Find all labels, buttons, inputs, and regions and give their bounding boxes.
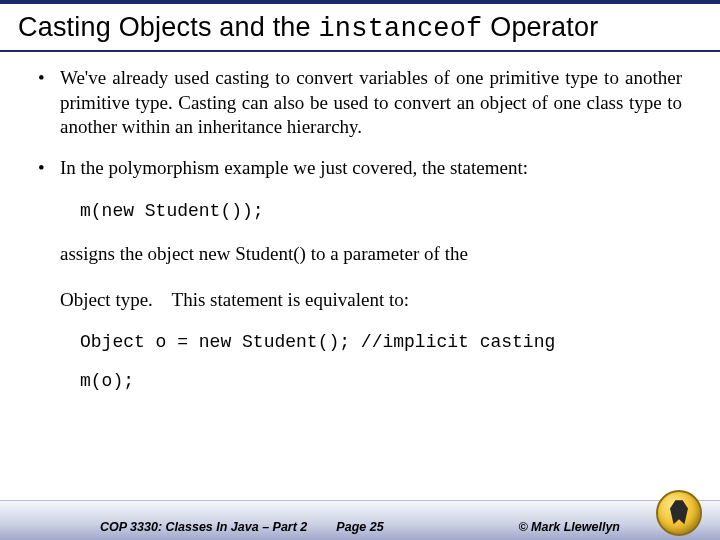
- para-2a: Object type.: [60, 289, 153, 310]
- title-prefix: Casting Objects and the: [18, 12, 318, 42]
- footer-bar: COP 3330: Classes In Java – Part 2 Page …: [0, 500, 720, 540]
- para-1: assigns the object new Student() to a pa…: [60, 236, 682, 272]
- bullet-dot: •: [38, 156, 60, 181]
- content-area: • We've already used casting to convert …: [0, 52, 720, 395]
- bullet-2: • In the polymorphism example we just co…: [38, 156, 682, 181]
- bullet-1: • We've already used casting to convert …: [38, 66, 682, 140]
- code-line-1: m(new Student());: [80, 197, 682, 226]
- bullet-2-text: In the polymorphism example we just cove…: [60, 156, 682, 181]
- bullet-1-text: We've already used casting to convert va…: [60, 66, 682, 140]
- footer-course: COP 3330: Classes In Java – Part 2: [100, 520, 307, 534]
- pegasus-icon: [670, 500, 688, 524]
- bullet-dot: •: [38, 66, 60, 140]
- footer-author: © Mark Llewellyn: [518, 520, 620, 534]
- title-code: instanceof: [318, 14, 482, 44]
- para-2b: This statement is equivalent to:: [172, 289, 409, 310]
- logo-circle: [656, 490, 702, 536]
- footer-inner: COP 3330: Classes In Java – Part 2 Page …: [0, 520, 720, 534]
- code-line-2: Object o = new Student(); //implicit cas…: [80, 328, 682, 357]
- title-suffix: Operator: [483, 12, 599, 42]
- slide: Casting Objects and the instanceof Opera…: [0, 0, 720, 540]
- footer-page: Page 25: [336, 520, 383, 534]
- code-line-3: m(o);: [80, 367, 682, 396]
- ucf-pegasus-logo: [656, 490, 702, 536]
- slide-title: Casting Objects and the instanceof Opera…: [0, 4, 720, 52]
- para-2: Object type. This statement is equivalen…: [60, 282, 682, 318]
